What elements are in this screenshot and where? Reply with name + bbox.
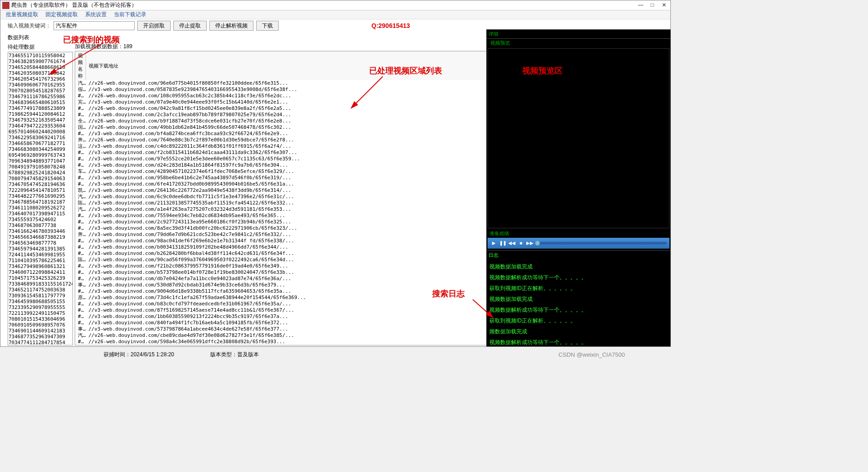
id-item[interactable]: 7222096454147810571 xyxy=(9,187,72,193)
cell-name: #汽车配件 #拆车件 #配件大全 #发动机 #陈田拆车件 #共需提... xyxy=(75,269,86,276)
id-listbox[interactable]: 7346551710115958042734638285900776167473… xyxy=(8,52,73,345)
download-button[interactable]: 下载 xyxy=(256,21,279,31)
id-item[interactable]: 7346521174752003638 xyxy=(9,287,72,293)
id-item[interactable]: 7346205454176732966 xyxy=(9,76,72,82)
minimize-button[interactable]: — xyxy=(636,2,645,9)
id-item[interactable]: 7346870630877738 xyxy=(9,222,72,228)
cell-name: #汽车配件 #拆车件原装原版 #陈田汽配城 #配件大全 #陈田拆车... xyxy=(75,225,86,231)
id-item[interactable]: 7346007122098842411 xyxy=(9,269,72,275)
start-button[interactable]: 开启抓取 xyxy=(137,21,171,31)
cell-name: 全车配件 要哪里拆哪里！#汽车配件 #三元催化 #拆车件 #发动... xyxy=(75,118,86,124)
titlebar: 爬虫兽（专业抓取软件） 普及版（不包含评论拓客） — □ ✕ xyxy=(0,0,670,10)
id-item[interactable]: 7346111080209526272 xyxy=(9,205,72,211)
id-item[interactable]: 7346793252163505447 xyxy=(9,117,72,123)
cell-name: 陈田汽配城，原装拆车件#汽车配件 #陈田拆车件 #干货分享 - ... xyxy=(75,200,86,206)
id-item[interactable]: 7198625944120084612 xyxy=(9,111,72,117)
next-icon[interactable]: ▶▶ xyxy=(526,240,533,247)
cell-name: #陈田拆车件 #拆车件 #原装原版 #配件大全 #陈田汽配城 - ... xyxy=(75,288,86,295)
id-item[interactable]: 7346788564718192187 xyxy=(9,199,72,205)
id-item[interactable]: 7346658670677182771 xyxy=(9,141,72,146)
id-item[interactable]: 7007028054518287657 xyxy=(9,88,72,94)
seek-slider[interactable] xyxy=(535,242,667,245)
cell-name: 假冒伪劣汽车配件，标签一贴秒变原厂出品！ #315 #汽车配件 - ... xyxy=(75,86,86,93)
id-item[interactable]: 7346566346687388219 xyxy=(9,234,72,240)
pending-label: 待处理数据 xyxy=(8,42,73,52)
play-icon[interactable]: ▶ xyxy=(490,240,497,247)
id-item[interactable]: 7221139922491150475 xyxy=(9,310,72,316)
menubar: 批量视频提取 固定视频提取 系统设置 当前下载记录 xyxy=(0,10,670,19)
id-item[interactable]: 7346459980688505155 xyxy=(9,299,72,304)
ready-status: 准备就绪 xyxy=(487,229,670,238)
id-item[interactable]: 6788929825241820424 xyxy=(9,170,72,176)
keyword-input[interactable] xyxy=(54,21,135,30)
id-item[interactable]: 7104571753425326239 xyxy=(9,275,72,281)
preview-label: 视频预览 xyxy=(488,39,670,47)
log-list[interactable]: 视频数据加载完成视频数据解析成功等待下一个。。。。。获取到视频ID正在解析。。。… xyxy=(487,259,670,359)
id-item[interactable]: 7323395290978955555 xyxy=(9,304,72,310)
id-item[interactable]: 7346774917888523809 xyxy=(9,105,72,111)
id-item[interactable]: 7346279498960861321 xyxy=(9,263,72,269)
close-button[interactable]: ✕ xyxy=(660,2,669,9)
id-item[interactable]: 7084919791058078248 xyxy=(9,164,72,170)
log-line: 获取到视频ID正在解析。。。。。。 xyxy=(489,315,668,326)
stop-icon[interactable]: ■ xyxy=(517,240,524,247)
log-line: 视频数据加载完成 xyxy=(489,294,668,304)
id-item[interactable]: 7346839665480610515 xyxy=(9,100,72,105)
app-icon xyxy=(2,2,9,9)
cell-name: 汽车配件#维修与保养 #拆车发动机 #三元催化 - 抖音 xyxy=(75,332,86,339)
id-item[interactable]: 7080101515433604696 xyxy=(9,316,72,322)
id-item[interactable]: 7346479472229353604 xyxy=(9,123,72,129)
id-item[interactable]: 7346563469877778 xyxy=(9,240,72,246)
id-item[interactable]: 7096348948893771047 xyxy=(9,158,72,164)
id-item[interactable]: 7080794745829154063 xyxy=(9,176,72,182)
id-item[interactable]: 7110410395786225461 xyxy=(9,258,72,263)
cell-name: 宾类车型拆车件 #拆车件 #摩馠配件 #配件大全 #陈田 - 抖音 xyxy=(75,99,86,105)
id-item[interactable]: 7345559375424602 xyxy=(9,217,72,222)
id-item[interactable]: 7346791116786255986 xyxy=(9,94,72,100)
cell-name: 奔驰宝马沃尔沃本田丰田雪克萨斯原装大灯前咀机盖叶子板车... xyxy=(75,231,86,238)
menu-batch-extract[interactable]: 批量视频提取 xyxy=(2,10,42,19)
stop-button[interactable]: 停止提取 xyxy=(173,21,207,31)
cell-name: 陈田拆车件便宜又好用 #陈田拆车件 #陈田维修#汽配城 二手车寄送工... xyxy=(75,257,86,263)
id-item[interactable]: 7346551710115958042 xyxy=(9,53,72,59)
cell-name: #拆车件 #汽车配件 #发动机 #陈田拆车件 #配件大全 发动机... xyxy=(75,320,86,326)
maximize-button[interactable]: □ xyxy=(648,2,657,9)
id-item[interactable]: 7346382859007761674 xyxy=(9,59,72,64)
col-name[interactable]: 视频名称 xyxy=(75,51,86,80)
stop-parse-button[interactable]: 停止解析视频 xyxy=(209,21,253,31)
id-item[interactable]: 6954969280999763743 xyxy=(9,152,72,158)
id-item[interactable]: 7346166246780393446 xyxy=(9,228,72,234)
cell-name: 事故车试验车报废车原厂 拆车件 价格便宜 质保售后 越难找... xyxy=(75,326,86,332)
cell-name: #上热门 #发动机 #陈田拆车件 #拆车件 #官方大力推荐 方方热... xyxy=(75,244,86,250)
cell-name: #开箱车 卡壳嘴皮坚那哪#汽车配件 #汽改装爆升级 #拆车件 ... xyxy=(75,313,86,320)
id-item[interactable]: 7346520584488668610 xyxy=(9,64,72,70)
id-item[interactable]: 7346482277661690295 xyxy=(9,193,72,199)
id-item[interactable]: 7346090606770162955 xyxy=(9,82,72,88)
log-line: 视频数据解析成功等待下一个。。。。。 xyxy=(489,304,668,315)
id-item[interactable]: 7346229583069241716 xyxy=(9,135,72,141)
cell-name: #汽车配件 #拆车件 #陈田拆车件 #汽车发动机 #陈田汽配城 - 抖音 xyxy=(75,219,86,225)
qq-label: Q:290615413 xyxy=(371,22,410,29)
menu-settings[interactable]: 系统设置 xyxy=(81,10,110,19)
id-item[interactable]: 6957014060244020008 xyxy=(9,129,72,135)
id-item[interactable]: 7346877352963947309 xyxy=(9,334,72,340)
id-item[interactable]: 7346705474528194636 xyxy=(9,182,72,187)
id-item[interactable]: 7346407017398947115 xyxy=(9,211,72,217)
right-panel: 详细 视频预览 准备就绪 ▶ ❚❚ ◀◀ ■ ▶▶ 日志 视频数据加载完成视频数… xyxy=(486,29,671,347)
id-item[interactable]: 7060910509698957076 xyxy=(9,322,72,328)
id-item[interactable]: 7244114453469981955 xyxy=(9,252,72,258)
id-item[interactable]: 7346597944281391385 xyxy=(9,246,72,252)
id-item[interactable]: 7034774111284717854 xyxy=(9,340,72,345)
id-item[interactable]: 7346683080344254099 xyxy=(9,146,72,152)
cell-name: #拆车件装原版 #发动机总成 #汽车配件 #00U#上热门 - 抖音 xyxy=(75,263,86,269)
id-item[interactable]: 7346203508037186842 xyxy=(9,70,72,76)
cell-name: 国内汽车配件品牌#汽车知识 #汽配 - 抖音 xyxy=(75,124,86,131)
menu-download-log[interactable]: 当前下载记录 xyxy=(110,10,150,19)
id-item[interactable]: 7309361545811797779 xyxy=(9,293,72,299)
id-item[interactable]: 7346901144609142183 xyxy=(9,328,72,334)
cell-name: #汽车配件#拆车件大全#发动机#汽车配件 #陈田 更换拆哪里! ... xyxy=(75,276,86,282)
prev-icon[interactable]: ◀◀ xyxy=(508,240,515,247)
id-item[interactable]: 7338468991833155161724 xyxy=(9,281,72,287)
menu-fixed-extract[interactable]: 固定视频提取 xyxy=(42,10,81,19)
pause-icon[interactable]: ❚❚ xyxy=(499,240,506,247)
